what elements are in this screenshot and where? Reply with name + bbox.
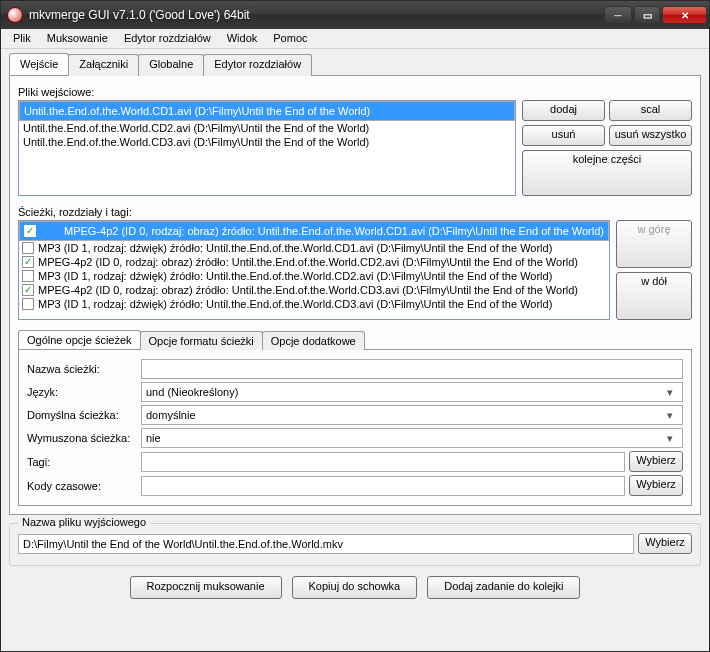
subtab-extra[interactable]: Opcje dodatkowe <box>262 331 365 350</box>
timecodes-input[interactable] <box>141 476 625 496</box>
timecodes-label: Kody czasowe: <box>27 480 137 492</box>
dropdown-icon: ▾ <box>662 432 678 445</box>
tracks-list[interactable]: MPEG-4p2 (ID 0, rodzaj: obraz) źródło: U… <box>18 220 610 320</box>
input-file-item[interactable]: Until.the.End.of.the.World.CD2.avi (D:\F… <box>19 121 515 135</box>
track-item[interactable]: MP3 (ID 1, rodzaj: dźwięk) źródło: Until… <box>19 241 609 255</box>
track-checkbox[interactable] <box>22 270 34 282</box>
track-options-panel: Nazwa ścieżki: Język: und (Nieokreślony)… <box>18 349 692 506</box>
titlebar[interactable]: mkvmerge GUI v7.1.0 ('Good Love') 64bit … <box>1 1 709 29</box>
default-track-label: Domyślna ścieżka: <box>27 409 137 421</box>
tab-global[interactable]: Globalne <box>138 54 204 76</box>
subtab-format[interactable]: Opcje formatu ścieżki <box>140 331 263 350</box>
remove-button[interactable]: usuń <box>522 125 605 146</box>
tab-attachments[interactable]: Załączniki <box>68 54 139 76</box>
output-browse-button[interactable]: Wybierz <box>638 533 692 554</box>
forced-track-select[interactable]: nie▾ <box>141 428 683 448</box>
merge-button[interactable]: scal <box>609 100 692 121</box>
next-parts-button[interactable]: kolejne części <box>522 150 692 196</box>
bottom-toolbar: Rozpocznij muksowanie Kopiuj do schowka … <box>9 576 701 599</box>
track-checkbox[interactable] <box>22 298 34 310</box>
track-text: MP3 (ID 1, rodzaj: dźwięk) źródło: Until… <box>38 242 552 254</box>
maximize-button[interactable]: ▭ <box>634 6 660 24</box>
output-group: Nazwa pliku wyjściowego Wybierz <box>9 523 701 566</box>
remove-all-button[interactable]: usuń wszystko <box>609 125 692 146</box>
track-text: MP3 (ID 1, rodzaj: dźwięk) źródło: Until… <box>38 298 552 310</box>
track-item[interactable]: MPEG-4p2 (ID 0, rodzaj: obraz) źródło: U… <box>19 221 609 241</box>
close-button[interactable]: ✕ <box>662 6 707 24</box>
input-files-list[interactable]: Until.the.End.of.the.World.CD1.avi (D:\F… <box>18 100 516 196</box>
copy-clipboard-button[interactable]: Kopiuj do schowka <box>292 576 418 599</box>
track-checkbox[interactable] <box>24 225 36 237</box>
track-item[interactable]: MP3 (ID 1, rodzaj: dźwięk) źródło: Until… <box>19 269 609 283</box>
dropdown-icon: ▾ <box>662 386 678 399</box>
subtab-general[interactable]: Ogólne opcje ścieżek <box>18 330 141 349</box>
menu-view[interactable]: Widok <box>219 29 266 48</box>
add-button[interactable]: dodaj <box>522 100 605 121</box>
track-name-input[interactable] <box>141 359 683 379</box>
track-text: MPEG-4p2 (ID 0, rodzaj: obraz) źródło: U… <box>38 284 578 296</box>
track-name-label: Nazwa ścieżki: <box>27 363 137 375</box>
track-option-tabs: Ogólne opcje ścieżek Opcje formatu ścież… <box>18 330 692 349</box>
track-checkbox[interactable] <box>22 242 34 254</box>
app-icon <box>7 7 23 23</box>
main-tabstrip: Wejście Załączniki Globalne Edytor rozdz… <box>9 53 701 75</box>
input-file-item[interactable]: Until.the.End.of.the.World.CD3.avi (D:\F… <box>19 135 515 149</box>
default-track-select[interactable]: domyślnie▾ <box>141 405 683 425</box>
tab-chapter-editor[interactable]: Edytor rozdziałów <box>203 54 312 76</box>
track-text: MPEG-4p2 (ID 0, rodzaj: obraz) źródło: U… <box>64 225 604 237</box>
track-item[interactable]: MPEG-4p2 (ID 0, rodzaj: obraz) źródło: U… <box>19 283 609 297</box>
track-checkbox[interactable] <box>22 284 34 296</box>
track-item[interactable]: MPEG-4p2 (ID 0, rodzaj: obraz) źródło: U… <box>19 255 609 269</box>
tab-input[interactable]: Wejście <box>9 53 69 75</box>
track-text: MPEG-4p2 (ID 0, rodzaj: obraz) źródło: U… <box>38 256 578 268</box>
tags-input[interactable] <box>141 452 625 472</box>
track-text: MP3 (ID 1, rodzaj: dźwięk) źródło: Until… <box>38 270 552 282</box>
language-select[interactable]: und (Nieokreślony)▾ <box>141 382 683 402</box>
menu-help[interactable]: Pomoc <box>265 29 315 48</box>
menu-file[interactable]: Plik <box>5 29 39 48</box>
language-label: Język: <box>27 386 137 398</box>
tab-panel-input: Pliki wejściowe: Until.the.End.of.the.Wo… <box>9 75 701 515</box>
menubar: Plik Muksowanie Edytor rozdziałów Widok … <box>1 29 709 49</box>
minimize-button[interactable]: ─ <box>604 6 632 24</box>
app-window: mkvmerge GUI v7.1.0 ('Good Love') 64bit … <box>0 0 710 652</box>
tracks-label: Ścieżki, rozdziały i tagi: <box>18 206 692 218</box>
tags-label: Tagi: <box>27 456 137 468</box>
dropdown-icon: ▾ <box>662 409 678 422</box>
menu-muxing[interactable]: Muksowanie <box>39 29 116 48</box>
input-files-label: Pliki wejściowe: <box>18 86 692 98</box>
move-down-button[interactable]: w dół <box>616 272 692 320</box>
input-file-item[interactable]: Until.the.End.of.the.World.CD1.avi (D:\F… <box>19 101 515 121</box>
window-title: mkvmerge GUI v7.1.0 ('Good Love') 64bit <box>29 8 604 22</box>
tags-browse-button[interactable]: Wybierz <box>629 451 683 472</box>
output-path-input[interactable] <box>18 534 634 554</box>
track-checkbox[interactable] <box>22 256 34 268</box>
track-item[interactable]: MP3 (ID 1, rodzaj: dźwięk) źródło: Until… <box>19 297 609 311</box>
menu-chapter-editor[interactable]: Edytor rozdziałów <box>116 29 219 48</box>
start-muxing-button[interactable]: Rozpocznij muksowanie <box>130 576 282 599</box>
forced-track-label: Wymuszona ścieżka: <box>27 432 137 444</box>
add-to-queue-button[interactable]: Dodaj zadanie do kolejki <box>427 576 580 599</box>
move-up-button[interactable]: w górę <box>616 220 692 268</box>
timecodes-browse-button[interactable]: Wybierz <box>629 475 683 496</box>
output-label: Nazwa pliku wyjściowego <box>18 516 150 528</box>
